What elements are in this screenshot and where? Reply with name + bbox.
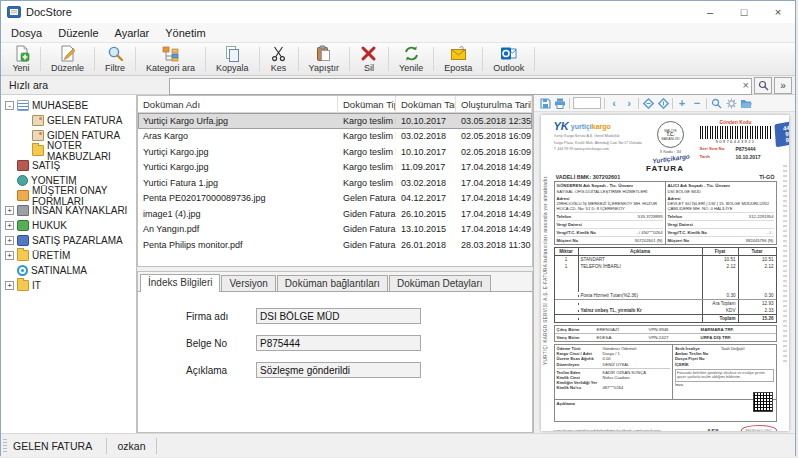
firma-adi-field[interactable]	[256, 308, 421, 324]
tree-item-satis-pazarlama[interactable]: + SATIŞ PAZARLAMA	[1, 233, 136, 248]
preview-toolbar: ‹ › + −	[534, 95, 795, 112]
paste-button[interactable]: Yapıştır	[300, 43, 348, 75]
tree-expander[interactable]: +	[5, 281, 14, 290]
invoice-title: FATURA	[554, 164, 777, 173]
filter-button[interactable]: Filtre	[96, 43, 134, 75]
table-row[interactable]: Yurtiçi Kargo.jpg Kargo teslim belg 10.1…	[138, 144, 532, 160]
column-dokuman-tarihi[interactable]: Doküman Tarihi	[396, 96, 456, 112]
printer-icon	[17, 205, 29, 216]
new-button[interactable]: Yeni	[3, 43, 39, 75]
tree-item-noter-makbuzlari[interactable]: NOTER MAKBUZLARI	[1, 143, 136, 158]
close-button[interactable]: ×	[761, 1, 795, 23]
category-search-button[interactable]: Kategori ara	[137, 43, 204, 75]
folder-icon	[32, 145, 44, 156]
column-dokuman-tipi[interactable]: Doküman Tipi	[338, 96, 396, 112]
next-page-icon[interactable]: ›	[623, 97, 635, 110]
invoice-header: YK yurtiçikargo Yurtiçi Kargo Servisi A.…	[554, 120, 777, 162]
preview-magnifier-icon[interactable]	[710, 97, 722, 110]
fit-width-icon[interactable]	[642, 97, 654, 110]
device-icon	[17, 220, 29, 231]
tree-item-hukuk[interactable]: + HUKUK	[1, 218, 136, 233]
save-icon[interactable]	[539, 97, 551, 110]
tree-expander[interactable]: +	[5, 206, 14, 215]
tree-expander[interactable]: +	[5, 221, 14, 230]
email-button[interactable]: Eposta	[435, 43, 481, 75]
delete-button[interactable]: Sil	[351, 43, 387, 75]
menu-yonetim[interactable]: Yönetim	[157, 23, 213, 42]
zoom-out-icon[interactable]: −	[691, 97, 703, 110]
form-row: Firma adı	[186, 308, 532, 324]
copy-icon	[223, 45, 241, 62]
table-row[interactable]: An Yangın.pdf Giden Fatura 13.10.2015 17…	[138, 222, 532, 238]
center-panel: Doküman Adı Doküman Tipi Doküman Tarihi …	[137, 95, 534, 433]
page-number-input[interactable]	[573, 97, 601, 109]
table-row[interactable]: Yurtici Kargo.jpg Kargo teslim belg 11.0…	[138, 160, 532, 176]
zoom-in-icon[interactable]: +	[676, 97, 688, 110]
table-row[interactable]: Yurtici Fatura 1.jpg Kargo teslim belg 0…	[138, 175, 532, 191]
aciklama-field[interactable]	[256, 362, 421, 378]
previous-page-icon[interactable]: ‹	[608, 97, 620, 110]
new-document-icon	[12, 45, 30, 62]
list-icon	[17, 100, 29, 111]
belge-no-field[interactable]	[256, 335, 421, 351]
tab-versiyon[interactable]: Versiyon	[221, 275, 275, 291]
copy-button[interactable]: Kopyala	[207, 43, 258, 75]
clear-search-icon[interactable]: ×	[743, 78, 749, 93]
barcode	[700, 126, 772, 139]
print-icon[interactable]	[554, 97, 566, 110]
category-tree-icon	[162, 45, 180, 62]
main-area: - MUHASEBE GELEN FATURA GIDEN FATURA NOT…	[1, 95, 795, 433]
invoice-barcode-block: Gönderi Kodu 90976443921 Seri Sıra NoP87…	[700, 120, 789, 162]
tree-expander[interactable]: +	[5, 236, 14, 245]
toolbar-separator	[40, 47, 41, 71]
edit-button[interactable]: Düzenle	[42, 43, 93, 75]
table-row[interactable]: Aras Kargo Kargo teslim belg 03.02.2018 …	[138, 129, 532, 145]
tree-item-uretim[interactable]: + ÜRETİM	[1, 248, 136, 263]
toolbar-separator	[298, 47, 299, 71]
table-row[interactable]: Yurtiçi Kargo Urfa.jpg Kargo teslim belg…	[138, 113, 532, 129]
tree-item-it[interactable]: + IT	[1, 278, 136, 293]
fit-height-icon[interactable]	[657, 97, 669, 110]
tree-expander[interactable]: -	[5, 101, 14, 110]
tree-item-musteri-onay-formlari[interactable]: MÜŞTERİ ONAY FORMLARI	[1, 188, 136, 203]
outlook-button[interactable]: Outlook	[484, 43, 533, 75]
tab-dokuman-baglantilari[interactable]: Doküman bağlantıları	[277, 275, 388, 291]
firma-adi-label: Firma adı	[186, 311, 256, 322]
menu-dosya[interactable]: Dosya	[3, 23, 50, 42]
refresh-icon	[402, 45, 420, 62]
tab-dokuman-detaylari[interactable]: Doküman Detayları	[389, 275, 491, 291]
menu-duzenle[interactable]: Düzenle	[50, 23, 106, 42]
column-dokuman-adi[interactable]: Doküman Adı	[138, 96, 338, 112]
status-user: ozkan	[107, 438, 157, 454]
sender-block: GÖNDEREN Adı Soyadı - Tic. Ünvanı SAYISA…	[555, 182, 665, 244]
table-row[interactable]: image1 (4).jpg Giden Fatura 26.10.2015 1…	[138, 206, 532, 222]
cut-button[interactable]: Kes	[261, 43, 297, 75]
document-table: Doküman Adı Doküman Tipi Doküman Tarihi …	[137, 95, 533, 267]
table-row[interactable]: Penta PE02017000089736.jpg Gelen Fatura …	[138, 191, 532, 207]
invoice-preview-page: YURTİÇİ KARGO SERVİSİ A.Ş. E-FATURA kull…	[541, 115, 789, 431]
tree-item-insan-kaynaklari[interactable]: + İNSAN KAYNAKLARI	[1, 203, 136, 218]
tree-item-muhasebe[interactable]: - MUHASEBE	[1, 98, 136, 113]
toolbar-separator	[388, 47, 389, 71]
table-row[interactable]: Penta Philips monitor.pdf Giden Fatura 2…	[138, 237, 532, 253]
open-folder-icon[interactable]	[740, 97, 752, 110]
status-category: GELEN FATURA	[7, 438, 107, 454]
search-button[interactable]	[754, 77, 772, 94]
menu-ayarlar[interactable]: Ayarlar	[107, 23, 158, 42]
tree-expander[interactable]: +	[5, 251, 14, 260]
tab-indeks-bilgileri[interactable]: İndeks Bilgileri	[140, 274, 220, 292]
invoice-logo-block: YK yurtiçikargo Yurtiçi Kargo Servisi A.…	[554, 120, 642, 162]
qr-code	[753, 392, 773, 412]
column-olusturulma-tarihi[interactable]: Oluşturulma Tarihi	[456, 96, 532, 112]
maximize-button[interactable]: □	[727, 1, 761, 23]
minimize-button[interactable]: –	[693, 1, 727, 23]
search-input[interactable]	[169, 78, 752, 95]
refresh-button[interactable]: Yenile	[390, 43, 432, 75]
outlook-icon	[500, 45, 518, 62]
window-title: DocStore	[26, 6, 72, 18]
more-options-button[interactable]: »	[774, 77, 792, 94]
tree-item-satinalma[interactable]: SATINALMA	[1, 263, 136, 278]
settings-gear-icon[interactable]	[725, 97, 737, 110]
tree-item-gelen-fatura[interactable]: GELEN FATURA	[1, 113, 136, 128]
preview-canvas[interactable]: YURTİÇİ KARGO SERVİSİ A.Ş. E-FATURA kull…	[534, 112, 795, 433]
